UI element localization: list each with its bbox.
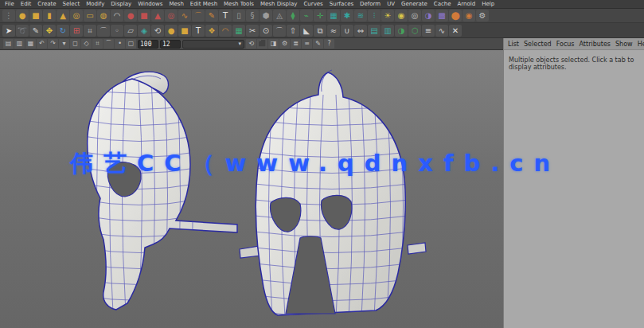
status-field-2[interactable] [160, 40, 181, 49]
poly-plane-icon[interactable]: ▭ [84, 10, 96, 21]
render-icon[interactable]: ⬤ [449, 10, 462, 21]
menu-create[interactable]: Create [37, 1, 56, 7]
snap-view-toggle-icon[interactable]: ▢ [126, 39, 136, 49]
point-light-icon[interactable]: ☀ [381, 10, 394, 21]
rotate-tool-icon[interactable]: ↻ [57, 25, 69, 37]
poly-text-icon[interactable]: T [192, 25, 205, 37]
shader-ball-icon[interactable]: ◑ [422, 10, 435, 21]
texture-icon[interactable]: ▩ [435, 10, 448, 21]
helix-icon[interactable]: § [246, 10, 259, 21]
select-tool-icon[interactable]: ➤ [2, 25, 15, 37]
viewport[interactable] [0, 50, 503, 328]
menu-windows[interactable]: Windows [138, 1, 162, 7]
mirror-icon[interactable]: ⧉ [314, 25, 326, 37]
paint-effects-icon[interactable]: ✎ [313, 39, 323, 49]
history-icon[interactable]: ⟲ [151, 25, 164, 37]
poly-cube-icon[interactable]: ■ [29, 10, 42, 21]
menu-generate[interactable]: Generate [401, 1, 427, 7]
undo-icon[interactable]: ↶ [37, 39, 47, 49]
snap-curve-toggle-icon[interactable]: ⌒ [103, 39, 114, 49]
spot-light-icon[interactable]: ◉ [395, 10, 408, 21]
soccer-ball-icon[interactable]: ⬢ [260, 10, 272, 21]
panel-menu-focus[interactable]: Focus [556, 41, 575, 48]
shelf-grip-icon[interactable]: ⋮ [2, 10, 15, 21]
panel-menu-list[interactable]: List [508, 41, 519, 48]
smooth-icon[interactable]: ≈ [327, 25, 340, 37]
snap-point-toggle-icon[interactable]: • [115, 39, 125, 49]
fluid-icon[interactable]: ≋ [354, 10, 367, 21]
multi-cut-icon[interactable]: ✂ [246, 25, 259, 37]
snap-point-icon[interactable]: ◦ [111, 25, 123, 37]
text-tool-icon[interactable]: T [219, 10, 232, 21]
outliner-icon[interactable]: ≡ [422, 25, 435, 37]
snap-grid-icon[interactable]: ⌗ [84, 25, 96, 37]
scene-save-icon[interactable]: ▦ [25, 39, 36, 49]
nparticle-icon[interactable]: ✱ [341, 10, 353, 21]
hypershade-icon[interactable]: ◑ [395, 25, 408, 37]
menu-help[interactable]: Help [482, 1, 494, 7]
bridge-icon[interactable]: ⌒ [273, 25, 286, 37]
close-shelf-icon[interactable]: ✕ [449, 25, 462, 37]
pipe-icon[interactable]: ▯ [232, 10, 245, 21]
menu-modify[interactable]: Modify [86, 1, 104, 7]
display-layer-icon[interactable]: ≣ [291, 39, 301, 49]
snap-curve-icon[interactable]: ⌒ [97, 25, 110, 37]
menu-display[interactable]: Display [111, 1, 131, 7]
menu-select[interactable]: Select [63, 1, 80, 7]
poly-cone-icon[interactable]: ▲ [57, 10, 69, 21]
anim-layer-icon[interactable]: ≡ [302, 39, 312, 49]
quad-draw-icon[interactable]: ▦ [232, 25, 245, 37]
ipr-render-icon[interactable]: ◉ [463, 10, 475, 21]
scene-open-icon[interactable]: ▥ [14, 39, 25, 49]
poly-torus-icon[interactable]: ◎ [70, 10, 83, 21]
construction-history-icon[interactable]: ⟲ [246, 39, 256, 49]
panel-menu-selected[interactable]: Selected [524, 41, 552, 48]
poly-sphere-icon[interactable]: ● [16, 10, 29, 21]
nurbs-cube-icon[interactable]: ■ [138, 10, 150, 21]
panel-menu-help[interactable]: Help [638, 41, 644, 48]
camera-icon[interactable]: ◎ [408, 10, 421, 21]
poly-cylinder-icon[interactable]: ▮ [43, 10, 56, 21]
redo-icon[interactable]: ↷ [48, 39, 58, 49]
platonic-solid-icon[interactable]: ◬ [273, 10, 286, 21]
status-field-1[interactable] [138, 40, 158, 49]
cv-curve-icon[interactable]: ∿ [178, 10, 191, 21]
shelf-sphere-icon[interactable]: ● [165, 25, 178, 37]
skin-bind-icon[interactable]: ✛ [314, 10, 326, 21]
nurbs-torus-icon[interactable]: ◎ [165, 10, 178, 21]
extrude-icon[interactable]: ⇧ [287, 25, 299, 37]
menu-surfaces[interactable]: Surfaces [330, 1, 353, 7]
poly-disc-icon[interactable]: ◍ [97, 10, 110, 21]
super-shape-icon[interactable]: ❖ [205, 25, 218, 37]
make-live-icon[interactable]: ◈ [138, 25, 150, 37]
boolean-icon[interactable]: ∪ [341, 25, 353, 37]
menu-mesh-tools[interactable]: Mesh Tools [224, 1, 254, 7]
uv-layout-icon[interactable]: ▥ [381, 25, 394, 37]
menu-curves[interactable]: Curves [303, 1, 322, 7]
bevel-icon[interactable]: ◣ [300, 25, 313, 37]
nurbs-cone-icon[interactable]: ▲ [151, 10, 164, 21]
shelf-cube-icon[interactable]: ■ [178, 25, 191, 37]
node-editor-icon[interactable]: ⬡ [408, 25, 421, 37]
render-settings-small-icon[interactable]: ⚙ [279, 39, 290, 49]
lasso-tool-icon[interactable]: ➰ [16, 25, 29, 37]
target-weld-icon[interactable]: ⊙ [260, 25, 272, 37]
sculpt-brush-icon[interactable]: ◠ [219, 25, 232, 37]
uv-editor-icon[interactable]: ▤ [368, 25, 381, 37]
menu-uv[interactable]: UV [387, 1, 395, 7]
move-tool-icon[interactable]: ✥ [43, 25, 56, 37]
select-component-icon[interactable]: ◇ [81, 39, 92, 49]
ep-curve-icon[interactable]: ⌒ [192, 10, 205, 21]
menu-edit[interactable]: Edit [21, 1, 32, 7]
ipr-frame-icon[interactable]: ◨ [268, 39, 279, 49]
snap-plane-icon[interactable]: ▱ [124, 25, 137, 37]
bezier-curve-icon[interactable]: ✎ [205, 10, 218, 21]
menu-mesh-display[interactable]: Mesh Display [260, 1, 297, 7]
status-dropdown[interactable]: ▾ [182, 40, 244, 49]
symmetry-icon[interactable]: ⇔ [354, 25, 367, 37]
ik-handle-icon[interactable]: ⌁ [300, 10, 313, 21]
snap-grid-toggle-icon[interactable]: ⌗ [92, 39, 103, 49]
menu-mesh[interactable]: Mesh [169, 1, 183, 7]
ncloth-icon[interactable]: ▦ [327, 10, 340, 21]
help-line-icon[interactable]: ? [324, 39, 334, 49]
